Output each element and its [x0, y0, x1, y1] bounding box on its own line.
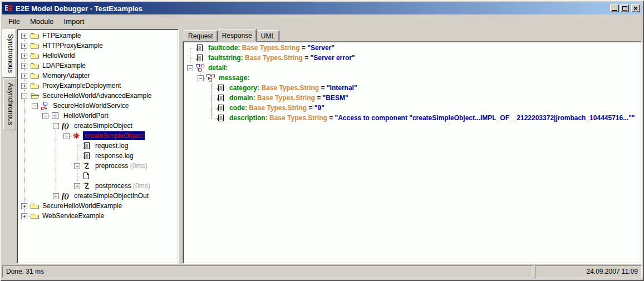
- tree-item-label: HelloWorld: [41, 51, 76, 60]
- field-value: "9": [314, 104, 325, 112]
- menu-item-module[interactable]: Module: [25, 16, 59, 27]
- expand-toggle[interactable]: [21, 83, 27, 89]
- tree-item[interactable]: HelloWorld: [19, 51, 178, 61]
- tree-connector: [19, 211, 30, 221]
- side-tab-synchronous[interactable]: Synchronous: [2, 29, 16, 78]
- expand-toggle[interactable]: [21, 43, 27, 49]
- function-icon: f(): [61, 191, 72, 200]
- detail-area: RequestResponseUML faultcode: Base Types…: [183, 29, 642, 264]
- expand-toggle[interactable]: [21, 203, 27, 209]
- tree-item[interactable]: code: Base Types.String = "9": [185, 103, 641, 113]
- script-icon: [82, 162, 94, 170]
- expand-toggle[interactable]: [53, 123, 59, 129]
- tree-item-label: MemoryAdapter: [41, 71, 91, 80]
- tree-item[interactable]: request.log: [19, 141, 178, 151]
- port-icon: [51, 112, 62, 120]
- tree-item-label: response.log: [94, 151, 135, 160]
- minimize-button[interactable]: [610, 4, 619, 12]
- tree-guide: [61, 151, 72, 161]
- tree-guide: [19, 131, 30, 141]
- expand-toggle[interactable]: [21, 53, 27, 59]
- tree-item-label: HelloWorldPort: [62, 111, 110, 120]
- tree-item[interactable]: description: Base Types.String = "Access…: [185, 113, 641, 123]
- tree-item-label: HTTPProxyExample: [41, 41, 105, 50]
- menu-bar: FileModuleImport: [2, 14, 642, 28]
- app-icon: [4, 4, 14, 13]
- tree-item[interactable]: faultstring: Base Types.String = "Server…: [185, 53, 641, 63]
- expand-toggle[interactable]: [74, 183, 80, 189]
- tree-item[interactable]: category: Base Types.String = "Internal": [185, 83, 641, 93]
- expand-toggle[interactable]: [42, 113, 48, 119]
- tree-guide: [61, 171, 72, 181]
- window-controls: [610, 4, 640, 12]
- expand-toggle[interactable]: [21, 73, 27, 79]
- tab-request[interactable]: Request: [184, 30, 218, 41]
- tree-connector: [206, 113, 217, 123]
- tree-guide: [195, 103, 206, 113]
- tree-item[interactable]: postprocess (0ms): [19, 181, 178, 191]
- tree-guide: [19, 141, 30, 151]
- field-type: Base Types.String: [269, 114, 327, 122]
- tree-item[interactable]: message:: [185, 73, 641, 83]
- menu-item-import[interactable]: Import: [59, 16, 90, 27]
- tree-item[interactable]: FTPExample: [19, 31, 178, 41]
- tree-item[interactable]: detail:: [185, 63, 641, 73]
- tree-item[interactable]: LDAPExample: [19, 61, 178, 71]
- side-tab-asynchronous[interactable]: Asynchronous: [3, 78, 16, 130]
- tree-item[interactable]: MemoryAdapter: [19, 71, 178, 81]
- expand-toggle[interactable]: [63, 133, 70, 139]
- field-name: domain:: [229, 94, 255, 102]
- folder-icon: [30, 202, 41, 210]
- tree-item[interactable]: response.log: [19, 151, 178, 161]
- tree-guide: [19, 111, 30, 121]
- expand-toggle[interactable]: [21, 213, 27, 219]
- tree-item[interactable]: SecureHelloWorldAdvancedExample: [19, 91, 178, 101]
- expand-toggle[interactable]: [187, 65, 193, 71]
- tree-guide: [40, 121, 51, 131]
- tree-guide: [51, 141, 61, 151]
- tree-item[interactable]: ProxyExampleDeployment: [19, 81, 178, 91]
- tab-uml[interactable]: UML: [257, 30, 279, 41]
- close-button[interactable]: [631, 4, 640, 12]
- tree-guide: [19, 171, 30, 181]
- tree-guide: [30, 171, 40, 181]
- expand-toggle[interactable]: [53, 193, 59, 199]
- duration-suffix: (0ms): [131, 182, 150, 190]
- tree-connector: [206, 83, 217, 93]
- tree-item[interactable]: f()createSimpleObjectInOut: [19, 191, 178, 201]
- tree-connector: [72, 181, 82, 191]
- expand-toggle[interactable]: [74, 163, 80, 169]
- title-bar[interactable]: E2E Model Debugger - TestExamples: [2, 2, 642, 14]
- tab-response[interactable]: Response: [218, 29, 257, 42]
- tree-item[interactable]: SecureHelloWorldExample: [19, 201, 178, 211]
- expand-toggle[interactable]: [32, 103, 38, 109]
- tree-guide: [40, 181, 51, 191]
- folder-icon: [30, 52, 41, 60]
- tree-item[interactable]: HTTPProxyExample: [19, 41, 178, 51]
- tree-item[interactable]: f()createSimpleObject: [19, 121, 178, 131]
- expand-toggle[interactable]: [21, 93, 27, 99]
- tree-item[interactable]: createSimpleObject: [19, 131, 178, 141]
- tree-guide: [19, 161, 30, 171]
- tree-item-label: postprocess (0ms): [94, 181, 152, 190]
- tree-item[interactable]: [19, 171, 178, 181]
- expand-toggle[interactable]: [198, 75, 204, 81]
- maximize-button[interactable]: [620, 4, 629, 12]
- tree-connector: [206, 103, 217, 113]
- expand-toggle[interactable]: [21, 33, 27, 39]
- tree-item[interactable]: HelloWorldPort: [19, 111, 178, 121]
- notepad-icon: [217, 104, 228, 112]
- equals-sign: =: [303, 54, 311, 62]
- tree-item[interactable]: preprocess (0ms): [19, 161, 178, 171]
- folder-icon: [30, 212, 41, 220]
- response-content-panel: faultcode: Base Types.String = "Server"f…: [183, 41, 642, 264]
- tree-item[interactable]: faultcode: Base Types.String = "Server": [185, 43, 641, 53]
- tree-item[interactable]: domain: Base Types.String = "BESM": [185, 93, 641, 103]
- tree-item-label: faultstring: Base Types.String = "Server…: [207, 53, 357, 62]
- tree-item-label: message:: [217, 73, 251, 82]
- tree-item[interactable]: SecureHelloWorldService: [19, 101, 178, 111]
- menu-item-file[interactable]: File: [3, 16, 25, 27]
- tree-item[interactable]: WebServiceExample: [19, 211, 178, 221]
- expand-toggle[interactable]: [21, 63, 27, 69]
- tree-item-label: domain: Base Types.String = "BESM": [228, 93, 350, 102]
